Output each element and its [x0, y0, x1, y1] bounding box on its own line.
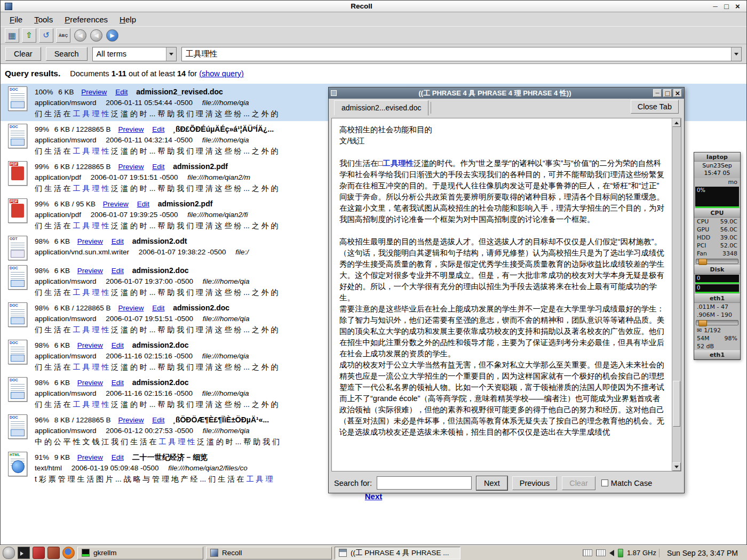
search-mode-select[interactable]: All terms: [92, 47, 177, 61]
result-edit-link[interactable]: Edit: [112, 341, 124, 349]
battery-icon[interactable]: [618, 549, 623, 557]
result-url: file:///home/qian2/fi: [187, 211, 248, 219]
result-date: 2006-11-16 02:15:16 -0500: [106, 389, 193, 397]
menu-item[interactable]: Tools: [29, 14, 58, 25]
preview-tab[interactable]: admission2...evised.doc: [334, 100, 428, 116]
launcher-firefox-icon[interactable]: [62, 547, 75, 559]
menu-item[interactable]: Preferences: [60, 14, 113, 25]
toolbar-button-icon[interactable]: ↺: [39, 28, 53, 43]
matched-term: 工 具 理 性: [73, 363, 109, 371]
query-combobox[interactable]: [181, 47, 742, 61]
match-case-checkbox[interactable]: [601, 479, 608, 486]
preview-scrollbar[interactable]: [672, 118, 681, 471]
menu-item[interactable]: Help: [115, 14, 141, 25]
result-edit-link[interactable]: Edit: [112, 237, 124, 245]
launcher-terminal-icon[interactable]: [18, 547, 30, 559]
close-icon[interactable]: [733, 2, 742, 11]
scrollbar-thumb[interactable]: [673, 381, 680, 427]
result-filename: admission2.pdf: [173, 162, 228, 171]
toolbar-button-icon[interactable]: ⇧: [22, 28, 36, 43]
menu-bar: FileToolsPreferencesHelp: [1, 12, 746, 26]
chevron-down-icon[interactable]: [731, 47, 741, 61]
result-edit-link[interactable]: Edit: [152, 163, 164, 171]
result-size: 6 KB: [58, 88, 74, 96]
minimize-icon[interactable]: [711, 2, 720, 11]
scroll-down-icon[interactable]: [672, 462, 681, 471]
toolbar-button-icon[interactable]: ◀: [74, 29, 86, 42]
result-edit-link[interactable]: Edit: [112, 379, 124, 387]
toolbar-button-icon[interactable]: ▦: [5, 28, 19, 43]
taskbar-task-button[interactable]: ((工 PHRASE 4 具 PHRASE ...: [335, 547, 460, 559]
result-filename: ¸ßÖÐÖÆ¶È£¶ÏìÈ±ÖÐµÄ¹«...: [173, 415, 269, 424]
result-preview-link[interactable]: Preview: [118, 163, 144, 171]
task-list: gkrellm Recoll ((工 PHRASE 4 具 PHRASE ...: [77, 547, 460, 559]
result-edit-link[interactable]: Edit: [112, 267, 124, 275]
result-edit-link[interactable]: Edit: [137, 200, 149, 208]
result-preview-link[interactable]: Preview: [77, 341, 103, 349]
taskbar-task-button[interactable]: gkrellm: [77, 547, 203, 559]
result-relevance: 91%: [35, 453, 49, 461]
result-edit-link[interactable]: Edit: [152, 125, 164, 133]
minimize-icon[interactable]: [653, 89, 662, 97]
launcher-app-brick-icon[interactable]: [47, 547, 60, 559]
close-icon[interactable]: [673, 89, 682, 97]
result-preview-link[interactable]: Preview: [118, 125, 144, 133]
toolbar-button-icon[interactable]: ◀: [90, 29, 102, 42]
result-filename: admission2.pdf: [158, 199, 213, 208]
match-case-option[interactable]: Match Case: [601, 479, 652, 487]
result-edit-link[interactable]: Edit: [115, 88, 128, 96]
preview-document-text[interactable]: 高校招生的社会功能和目的文/钱江我们生活在□工具理性泛滥的时代。作为“世之显学”…: [332, 118, 672, 471]
result-edit-link[interactable]: Edit: [152, 416, 164, 424]
result-file-icon: DOC: [4, 124, 35, 156]
chevron-down-icon[interactable]: [166, 47, 176, 61]
preview-paragraph: 我们生活在□工具理性泛滥的时代。作为“世之显学”的诸种以“事实”与“价值”的二分…: [339, 158, 664, 225]
gkrellm-temp-row: GPU56.0C: [694, 226, 740, 234]
preview-paragraph: 成功的校友对于公立大学当然有益无害，但不象对私立大学那么至关重要。但是选入未来社…: [339, 359, 664, 438]
maximize-icon[interactable]: [722, 2, 731, 11]
volume-icon[interactable]: [609, 550, 614, 556]
result-date: 2006-01-11 04:32:14 -0500: [106, 136, 193, 144]
toolbar-button-icon[interactable]: ÂBÇ: [56, 28, 70, 43]
search-button[interactable]: Search: [46, 47, 88, 61]
result-edit-link[interactable]: Edit: [112, 453, 124, 461]
result-size: 6 KB: [54, 341, 70, 349]
result-preview-link[interactable]: Preview: [77, 453, 103, 461]
find-next-button[interactable]: Next: [476, 476, 507, 490]
result-preview-link[interactable]: Preview: [103, 200, 129, 208]
result-preview-link[interactable]: Preview: [77, 379, 103, 387]
result-preview-link[interactable]: Preview: [118, 416, 144, 424]
title-bar[interactable]: Recoll: [1, 1, 746, 12]
show-query-link[interactable]: (show query): [199, 69, 244, 78]
result-mime: application/pdf: [35, 173, 81, 181]
find-input[interactable]: [377, 476, 472, 490]
find-previous-button[interactable]: Previous: [512, 476, 557, 490]
taskbar-task-button[interactable]: Recoll: [206, 547, 332, 559]
result-preview-link[interactable]: Preview: [77, 267, 103, 275]
scroll-up-icon[interactable]: [672, 118, 681, 127]
launcher-app-red-icon[interactable]: [33, 547, 45, 559]
keyboard-layout-icon[interactable]: [583, 549, 592, 556]
result-preview-link[interactable]: Preview: [77, 237, 103, 245]
gkrellm-mail-count: 1/192: [704, 326, 721, 334]
gkrellm-mo-label: mo: [728, 178, 737, 186]
results-total: 14: [177, 69, 186, 78]
result-date: 2006-01-07 19:39:25 -0500: [91, 211, 178, 219]
keyboard-layout-icon[interactable]: [596, 549, 606, 556]
result-file-icon: DOC: [4, 265, 35, 298]
result-preview-link[interactable]: Preview: [81, 88, 107, 96]
preview-paragraph: 高校招生的社会功能和目的: [339, 124, 664, 135]
file-type-icon: DOC: [8, 265, 27, 290]
result-preview-link[interactable]: Preview: [118, 304, 144, 312]
toolbar-button-icon[interactable]: ▶: [106, 29, 118, 42]
find-clear-button[interactable]: Clear: [562, 476, 595, 490]
gkrellm-clock: Sun23Sep 15:47 05: [694, 162, 740, 178]
search-input[interactable]: [182, 50, 731, 59]
launcher-footprint-icon[interactable]: [3, 547, 15, 559]
close-tab-button[interactable]: Close Tab: [631, 100, 679, 114]
menu-item[interactable]: File: [5, 14, 27, 25]
maximize-icon[interactable]: [663, 89, 672, 97]
result-relevance: 96%: [35, 416, 49, 424]
result-edit-link[interactable]: Edit: [152, 304, 164, 312]
clear-button[interactable]: Clear: [5, 47, 41, 61]
preview-title-bar[interactable]: ((工 PHRASE 4 具 PHRASE 4 理 PHRASE 4 性)): [329, 87, 684, 99]
